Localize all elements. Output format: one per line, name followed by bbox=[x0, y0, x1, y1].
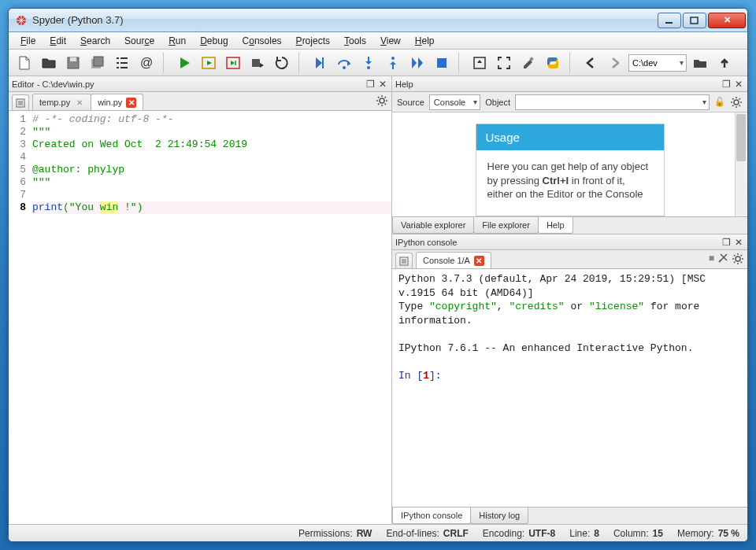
tab-temp-py[interactable]: temp.py ✕ bbox=[32, 94, 91, 110]
menu-tools[interactable]: Tools bbox=[339, 34, 372, 48]
editor-gutter: 12345678 bbox=[9, 111, 31, 524]
editor-column: Editor - C:\dev\win.py ❐ ✕ temp.py ✕ win… bbox=[9, 76, 392, 524]
ipython-pane: IPython console ❐ ✕ Console 1/A ✕ ■ bbox=[392, 234, 747, 524]
editor-body[interactable]: # -*- coding: utf-8 -*- """ Created on W… bbox=[31, 111, 391, 524]
ipython-tab-row: Console 1/A ✕ ■ bbox=[392, 250, 747, 269]
stop-console-icon[interactable]: ■ bbox=[709, 253, 714, 266]
help-source-combo[interactable]: Console bbox=[429, 94, 480, 110]
menu-run[interactable]: Run bbox=[163, 34, 191, 48]
svg-rect-15 bbox=[437, 58, 447, 68]
step-into-icon[interactable] bbox=[358, 53, 380, 73]
close-pane-icon[interactable]: ✕ bbox=[733, 237, 744, 248]
tab-history-log[interactable]: History log bbox=[470, 508, 528, 524]
editor-options-icon[interactable] bbox=[376, 94, 388, 107]
help-pane-header: Help ❐ ✕ bbox=[392, 76, 747, 92]
svg-rect-2 bbox=[691, 17, 698, 24]
menu-file[interactable]: File bbox=[15, 34, 41, 48]
fullscreen-icon[interactable] bbox=[493, 53, 515, 73]
menu-source[interactable]: Source bbox=[119, 34, 160, 48]
menu-help[interactable]: Help bbox=[410, 34, 440, 48]
console-output[interactable]: Python 3.7.3 (default, Apr 24 2019, 15:2… bbox=[392, 269, 747, 507]
help-body: Usage Here you can get help of any objec… bbox=[392, 113, 747, 216]
undock-icon[interactable]: ❐ bbox=[721, 79, 732, 90]
menu-search[interactable]: Search bbox=[75, 34, 116, 48]
clear-console-icon[interactable] bbox=[717, 253, 728, 266]
code-current-line: print("You win !") bbox=[32, 201, 391, 214]
svg-point-13 bbox=[367, 66, 370, 69]
close-button[interactable]: ✕ bbox=[708, 13, 746, 28]
workdir-combo[interactable]: C:\dev bbox=[628, 54, 687, 72]
minimize-button[interactable] bbox=[658, 13, 681, 28]
parent-dir-icon[interactable] bbox=[713, 53, 736, 73]
editor-pane-title: Editor - C:\dev\win.py bbox=[12, 79, 94, 89]
tab-help[interactable]: Help bbox=[538, 217, 573, 234]
right-column: Help ❐ ✕ Source Console Object 🔓 Usage bbox=[392, 76, 747, 524]
tab-list-icon[interactable] bbox=[395, 253, 413, 268]
help-object-label: Object bbox=[485, 98, 510, 107]
tab-file-explorer[interactable]: File explorer bbox=[473, 217, 539, 234]
undock-icon[interactable]: ❐ bbox=[365, 79, 376, 90]
new-file-icon[interactable] bbox=[13, 53, 35, 73]
step-over-icon[interactable] bbox=[333, 53, 355, 73]
help-options-icon[interactable] bbox=[730, 96, 743, 109]
run-cell-advance-icon[interactable] bbox=[222, 53, 244, 73]
help-object-input[interactable] bbox=[515, 94, 710, 110]
maximize-pane-icon[interactable] bbox=[469, 53, 491, 73]
window-buttons: ✕ bbox=[658, 13, 746, 28]
ipython-pane-title: IPython console bbox=[395, 238, 457, 247]
svg-point-14 bbox=[391, 57, 395, 60]
tab-variable-explorer[interactable]: Variable explorer bbox=[392, 217, 474, 234]
tab-close-icon[interactable]: ✕ bbox=[74, 98, 84, 108]
code-editor[interactable]: 12345678 # -*- coding: utf-8 -*- """ Cre… bbox=[9, 111, 391, 524]
step-out-icon[interactable] bbox=[382, 53, 404, 73]
save-all-icon[interactable] bbox=[87, 53, 109, 73]
close-pane-icon[interactable]: ✕ bbox=[377, 79, 388, 90]
code-line: # -*- coding: utf-8 -*- bbox=[32, 113, 173, 125]
title-bar: Spyder (Python 3.7) ✕ bbox=[9, 9, 747, 32]
open-file-icon[interactable] bbox=[38, 53, 60, 73]
menu-consoles[interactable]: Consoles bbox=[237, 34, 287, 48]
close-pane-icon[interactable]: ✕ bbox=[733, 79, 744, 90]
tab-close-icon[interactable]: ✕ bbox=[474, 256, 484, 266]
tab-list-icon[interactable] bbox=[12, 94, 29, 110]
run-selection-icon[interactable] bbox=[246, 53, 269, 73]
outline-icon[interactable] bbox=[111, 53, 133, 73]
maximize-button[interactable] bbox=[683, 13, 706, 28]
menu-bar: File Edit Search Source Run Debug Consol… bbox=[9, 32, 747, 50]
run-icon[interactable] bbox=[173, 53, 195, 73]
browse-dir-icon[interactable] bbox=[689, 53, 711, 73]
debug-icon[interactable] bbox=[309, 53, 331, 73]
continue-icon[interactable] bbox=[406, 53, 428, 73]
menu-projects[interactable]: Projects bbox=[291, 34, 335, 48]
help-scrollbar[interactable] bbox=[735, 113, 747, 216]
run-cell-icon[interactable] bbox=[198, 53, 220, 73]
rerun-icon[interactable] bbox=[271, 53, 293, 73]
tab-close-icon[interactable]: ✕ bbox=[126, 98, 136, 108]
main-toolbar: @ C:\dev bbox=[9, 50, 747, 76]
back-icon[interactable] bbox=[580, 53, 602, 73]
main-area: Editor - C:\dev\win.py ❐ ✕ temp.py ✕ win… bbox=[9, 76, 747, 524]
python-path-icon[interactable] bbox=[542, 53, 564, 73]
spyder-app-icon bbox=[15, 14, 28, 27]
svg-point-19 bbox=[380, 98, 384, 103]
at-icon[interactable]: @ bbox=[135, 53, 158, 73]
stop-debug-icon[interactable] bbox=[431, 53, 453, 73]
preferences-icon[interactable] bbox=[517, 53, 539, 73]
tab-ipython-console[interactable]: IPython console bbox=[392, 508, 471, 524]
menu-edit[interactable]: Edit bbox=[44, 34, 72, 48]
editor-pane-header: Editor - C:\dev\win.py ❐ ✕ bbox=[9, 76, 391, 92]
lock-icon[interactable]: 🔓 bbox=[714, 97, 725, 107]
menu-view[interactable]: View bbox=[375, 34, 406, 48]
menu-debug[interactable]: Debug bbox=[195, 34, 233, 48]
tab-console-1a[interactable]: Console 1/A ✕ bbox=[416, 252, 491, 268]
save-icon[interactable] bbox=[62, 53, 84, 73]
tab-win-py[interactable]: win.py ✕ bbox=[91, 94, 143, 110]
code-line: @author: phylyp bbox=[32, 164, 124, 175]
editor-tab-row: temp.py ✕ win.py ✕ bbox=[9, 92, 391, 111]
help-pane: Help ❐ ✕ Source Console Object 🔓 Usage bbox=[392, 76, 747, 234]
console-options-icon[interactable] bbox=[732, 253, 744, 265]
forward-icon[interactable] bbox=[604, 53, 626, 73]
svg-rect-10 bbox=[252, 59, 260, 67]
svg-point-20 bbox=[734, 100, 739, 105]
undock-icon[interactable]: ❐ bbox=[721, 237, 732, 248]
